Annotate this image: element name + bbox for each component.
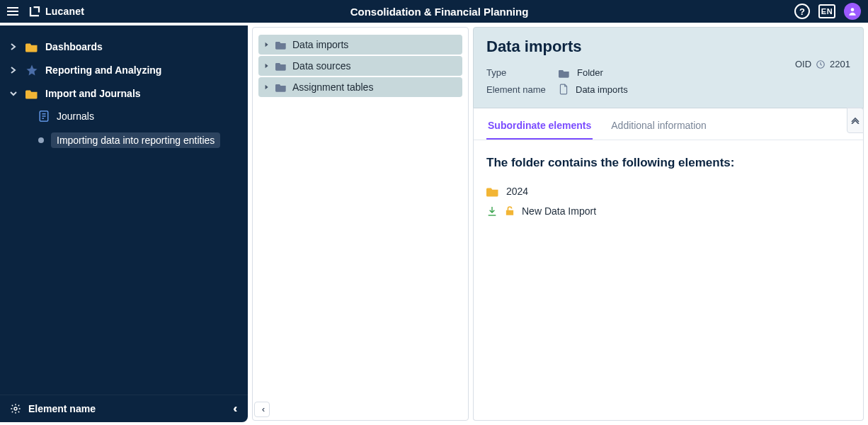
details-heading: Data imports	[486, 38, 850, 56]
sidebar-item-label: Import and Journals	[45, 88, 141, 99]
sidebar-item-label: Reporting and Analyzing	[45, 64, 161, 76]
svg-point-5	[14, 407, 17, 410]
document-icon	[38, 110, 50, 123]
sidebar-subitem-importing[interactable]: Importing data into reporting entities	[33, 128, 248, 153]
clock-icon	[816, 60, 826, 69]
folder-icon	[275, 61, 287, 71]
svg-point-0	[851, 8, 855, 11]
tree-collapse-button[interactable]: ‹‹	[254, 402, 270, 417]
import-icon	[486, 205, 498, 217]
element-row-2024[interactable]: 2024	[486, 181, 850, 201]
lock-open-icon	[505, 205, 515, 217]
details-header: Data imports Type Folder Element name Da…	[473, 27, 864, 108]
element-row-label: 2024	[506, 186, 528, 197]
menu-toggle[interactable]	[7, 4, 21, 18]
sidebar-subitem-label: Importing data into reporting entities	[51, 132, 220, 148]
tree-row-label: Data sources	[292, 60, 350, 72]
details-panel: Data imports Type Folder Element name Da…	[473, 27, 864, 421]
chevron-right-icon	[10, 67, 18, 74]
meta-type-label: Type	[486, 67, 552, 78]
meta-name-value: Data imports	[576, 84, 628, 95]
chevron-right-icon	[264, 84, 270, 90]
sidebar-subitem-label: Journals	[57, 110, 94, 122]
tab-additional-information[interactable]: Additional information	[610, 115, 708, 140]
sidebar-item-dashboards[interactable]: Dashboards	[0, 35, 248, 58]
oid-display: OID 2201	[795, 59, 850, 69]
tree-row-data-imports[interactable]: Data imports	[258, 35, 462, 55]
sidebar-footer: Element name ‹‹	[0, 395, 248, 422]
help-icon[interactable]: ?	[794, 4, 810, 19]
meta-name-label: Element name	[486, 84, 552, 95]
dot-icon	[38, 137, 44, 143]
brand-logo: Lucanet	[28, 5, 84, 18]
gear-icon[interactable]	[10, 403, 21, 414]
sidebar-footer-label: Element name	[28, 403, 96, 414]
app-title: Consolidation & Financial Planning	[84, 6, 794, 18]
chevron-down-icon	[10, 90, 18, 97]
folder-icon	[25, 88, 38, 99]
folder-icon	[486, 186, 499, 197]
meta-type-value: Folder	[577, 67, 603, 78]
language-selector[interactable]: EN	[818, 4, 835, 18]
folder-icon	[275, 82, 287, 92]
tree-row-label: Data imports	[292, 39, 348, 50]
tree-panel: Data imports Data sources Assignment tab…	[252, 27, 469, 421]
sidebar-item-reporting[interactable]: Reporting and Analyzing	[0, 58, 248, 82]
logo-icon	[28, 5, 41, 18]
element-row-new-data-import[interactable]: New Data Import	[486, 201, 850, 221]
folder-icon	[559, 68, 570, 78]
chevron-right-icon	[10, 43, 18, 50]
user-avatar[interactable]	[844, 3, 861, 20]
sidebar-subitem-journals[interactable]: Journals	[33, 105, 248, 128]
tree-row-data-sources[interactable]: Data sources	[258, 56, 462, 76]
chevron-right-icon	[264, 42, 270, 47]
document-icon	[559, 84, 569, 95]
folder-icon	[275, 40, 287, 50]
folder-icon	[25, 41, 38, 52]
details-body-heading: The folder contains the following elemen…	[486, 156, 850, 170]
sidebar-item-label: Dashboards	[45, 41, 103, 52]
oid-value: 2201	[830, 59, 850, 69]
sidebar: Dashboards Reporting and Analyzing Impor…	[0, 26, 248, 422]
element-row-label: New Data Import	[522, 205, 596, 217]
top-bar: Lucanet Consolidation & Financial Planni…	[0, 0, 868, 23]
star-icon	[25, 64, 38, 76]
details-tabs: Subordinate elements Additional informat…	[474, 108, 863, 140]
sidebar-item-import[interactable]: Import and Journals	[0, 82, 248, 105]
chevron-right-icon	[264, 63, 270, 69]
sidebar-collapse-button[interactable]: ‹‹	[234, 402, 238, 415]
tree-row-assignment-tables[interactable]: Assignment tables	[258, 77, 462, 97]
brand-name: Lucanet	[45, 6, 84, 17]
user-icon	[847, 6, 857, 16]
tab-subordinate-elements[interactable]: Subordinate elements	[486, 115, 593, 140]
tree-row-label: Assignment tables	[292, 81, 373, 93]
oid-label: OID	[795, 59, 811, 69]
